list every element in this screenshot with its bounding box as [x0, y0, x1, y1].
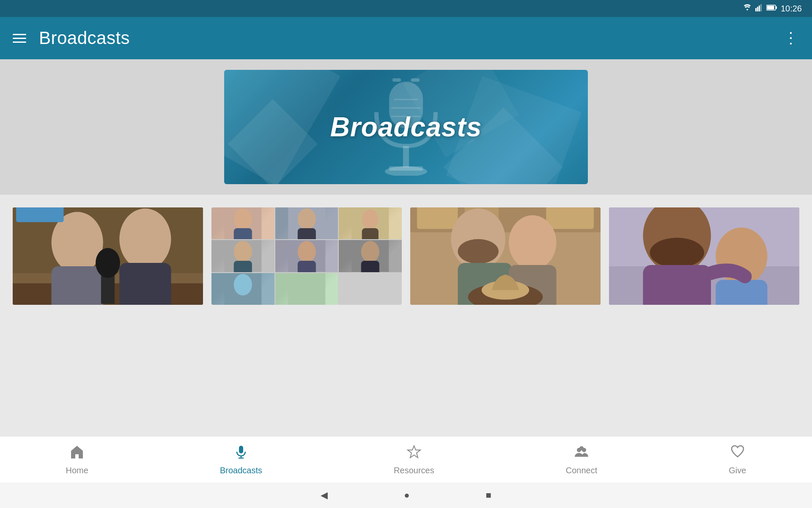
banner-title: Broadcasts — [330, 111, 482, 143]
signal-icon — [755, 4, 763, 14]
svg-point-24 — [96, 248, 120, 278]
nav-connect[interactable]: Connect — [557, 444, 606, 475]
heart-icon — [730, 444, 745, 463]
svg-rect-5 — [776, 6, 777, 9]
collage-cell-3 — [339, 207, 402, 239]
svg-rect-46 — [288, 273, 325, 305]
svg-rect-25 — [16, 207, 63, 222]
svg-point-36 — [234, 241, 252, 262]
svg-rect-31 — [297, 228, 315, 239]
nav-home[interactable]: Home — [58, 444, 97, 475]
svg-rect-43 — [361, 261, 379, 272]
svg-rect-51 — [546, 207, 594, 229]
system-nav: ◀ ● ■ — [0, 483, 812, 508]
svg-rect-3 — [760, 4, 762, 11]
card-collage[interactable] — [211, 207, 402, 305]
svg-point-39 — [297, 241, 315, 262]
svg-point-62 — [650, 238, 704, 268]
bottom-nav: Home Broadcasts Resources — [0, 436, 812, 483]
svg-rect-8 — [411, 78, 420, 82]
collage-cell-8 — [275, 273, 338, 305]
banner-container: Broadcasts — [0, 59, 812, 195]
nav-home-label: Home — [66, 466, 88, 475]
svg-rect-0 — [755, 8, 757, 11]
home-icon — [69, 444, 85, 463]
svg-rect-63 — [643, 265, 711, 305]
nav-connect-label: Connect — [566, 466, 598, 475]
svg-rect-2 — [759, 6, 760, 11]
svg-rect-6 — [767, 6, 774, 9]
svg-rect-49 — [417, 207, 458, 229]
collage-cell-4 — [211, 240, 274, 272]
svg-rect-7 — [392, 78, 401, 82]
svg-rect-12 — [389, 166, 423, 171]
battery-icon — [766, 4, 777, 13]
svg-point-72 — [579, 446, 584, 450]
collage-cell-2 — [275, 207, 338, 239]
svg-marker-69 — [408, 446, 420, 458]
home-button[interactable]: ● — [404, 490, 409, 501]
back-button[interactable]: ◀ — [321, 490, 328, 501]
status-time: 10:26 — [781, 4, 802, 14]
menu-button[interactable] — [13, 34, 26, 43]
svg-rect-10 — [403, 146, 409, 167]
svg-rect-1 — [757, 7, 758, 11]
svg-rect-34 — [362, 228, 379, 239]
star-icon — [406, 444, 422, 463]
svg-point-55 — [509, 215, 556, 270]
collage-cell-7 — [211, 273, 274, 305]
svg-rect-28 — [234, 228, 252, 239]
group-icon — [574, 444, 589, 463]
svg-rect-22 — [119, 263, 171, 305]
nav-broadcasts-label: Broadcasts — [220, 466, 262, 475]
svg-rect-20 — [52, 266, 103, 305]
svg-point-33 — [362, 209, 379, 229]
nav-broadcasts[interactable]: Broadcasts — [211, 444, 271, 475]
broadcasts-banner: Broadcasts — [224, 70, 588, 184]
content-area — [0, 195, 812, 428]
svg-point-42 — [361, 241, 379, 262]
mic-icon — [233, 444, 249, 463]
svg-rect-65 — [716, 280, 767, 305]
nav-give-label: Give — [729, 466, 746, 475]
app-bar-left: Broadcasts — [13, 28, 130, 48]
nav-give[interactable]: Give — [720, 444, 754, 475]
svg-point-53 — [458, 239, 499, 264]
collage-grid — [211, 207, 402, 305]
collage-cell-5 — [275, 240, 338, 272]
recent-button[interactable]: ■ — [486, 490, 491, 501]
collage-cell-6 — [339, 240, 402, 272]
card-men-mic[interactable] — [13, 207, 203, 305]
status-bar: 10:26 — [0, 0, 812, 17]
card-pottery[interactable] — [410, 207, 601, 305]
app-bar-title: Broadcasts — [39, 28, 130, 48]
status-icons: 10:26 — [743, 4, 802, 14]
svg-point-21 — [119, 209, 171, 270]
card-father-daughter[interactable] — [609, 207, 799, 305]
svg-point-30 — [297, 208, 315, 230]
svg-rect-37 — [234, 261, 252, 272]
collage-cell-1 — [211, 207, 274, 239]
svg-rect-40 — [297, 261, 315, 272]
nav-resources-label: Resources — [394, 466, 434, 475]
svg-rect-66 — [239, 446, 243, 453]
svg-point-45 — [234, 274, 252, 295]
nav-resources[interactable]: Resources — [385, 444, 443, 475]
svg-point-27 — [234, 208, 252, 230]
wifi-icon — [743, 4, 752, 14]
app-bar: Broadcasts ⋮ — [0, 17, 812, 59]
more-options-button[interactable]: ⋮ — [783, 29, 799, 47]
